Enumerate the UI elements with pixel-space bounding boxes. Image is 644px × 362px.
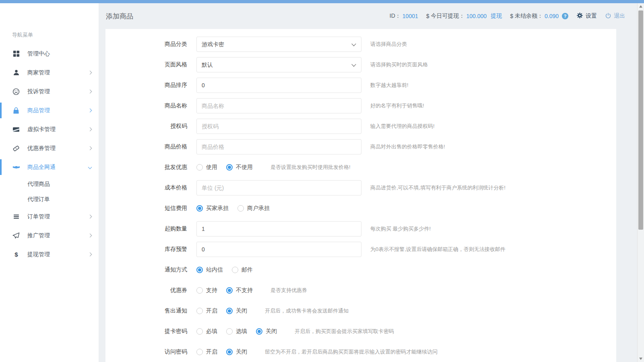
logout-button[interactable]: 退出 [605, 12, 625, 20]
radio-option[interactable]: 关闭 [256, 328, 277, 335]
radio-option[interactable]: 关闭 [226, 348, 247, 356]
field-hint: 为0表示不报警,设置后请确保邮箱正确，否则无法接收邮件 [370, 246, 506, 253]
sidebar-item-dashboard[interactable]: 管理中心 [0, 44, 99, 63]
form-row-sale-notice: 售出通知开启关闭开启后，成功售卡将会发送邮件通知 [105, 303, 616, 319]
min-qty-input[interactable] [196, 221, 361, 237]
form-row-auth-code: 授权码输入需要代理的商品授权码! [105, 119, 616, 134]
sidebar-item-promotion[interactable]: 推广管理 [0, 226, 99, 245]
triangle-down-icon [639, 358, 642, 360]
radio-selected-icon[interactable] [256, 328, 262, 335]
field-hint: 开启后，成功售卡将会发送邮件通知 [265, 307, 349, 315]
radio-label: 邮件 [242, 266, 253, 274]
name-input[interactable] [196, 98, 361, 113]
radio-option[interactable]: 关闭 [226, 307, 247, 315]
price-input[interactable] [196, 139, 361, 154]
radio-unselected-icon[interactable] [237, 205, 244, 212]
scroll-up-arrow[interactable] [638, 3, 644, 10]
radio-option[interactable]: 不支持 [226, 287, 253, 294]
form-row-sort: 商品排序数字越大越靠前! [105, 78, 616, 93]
scrollbar[interactable] [637, 3, 644, 362]
sidebar-item-coupon[interactable]: 优惠券管理 [0, 139, 99, 158]
stock-alert-input[interactable] [196, 242, 361, 257]
radio-selected-icon[interactable] [226, 308, 233, 314]
radio-label: 关闭 [236, 348, 247, 356]
sidebar-item-product-network[interactable]: 商品全网通 [0, 158, 99, 177]
sidebar-item-virtual-card[interactable]: 虚拟卡管理 [0, 120, 99, 139]
sidebar-subitem-0[interactable]: 代理商品 [0, 177, 99, 192]
sidebar-item-order[interactable]: 订单管理 [0, 207, 99, 226]
sidebar-item-label: 管理中心 [27, 50, 50, 58]
handshake-icon [12, 164, 20, 171]
sidebar-subitem-1[interactable]: 代理订单 [0, 192, 99, 207]
chevron-right-icon [88, 253, 92, 257]
radio-option[interactable]: 站内信 [196, 266, 223, 274]
radio-option[interactable]: 买家承担 [196, 205, 229, 212]
category-select[interactable]: 游戏卡密 [196, 37, 361, 52]
withdraw-link[interactable]: 提现 [491, 12, 502, 20]
radio-unselected-icon[interactable] [226, 328, 233, 335]
card-icon [12, 126, 20, 133]
chevron-right-icon [88, 215, 92, 219]
radio-unselected-icon[interactable] [196, 164, 203, 171]
radio-option[interactable]: 商户承担 [237, 205, 270, 212]
radio-label: 开启 [206, 307, 217, 315]
svg-text:$: $ [14, 251, 18, 258]
header-right: ID： 10001 $ 今日可提现： 100.000 提现 $ 未结余额： 0.… [390, 12, 625, 20]
radio-selected-icon[interactable] [226, 164, 233, 171]
radio-selected-icon[interactable] [196, 267, 203, 273]
radio-option[interactable]: 邮件 [232, 266, 253, 274]
radio-option[interactable]: 开启 [196, 307, 217, 315]
field-label: 成本价格 [105, 184, 187, 191]
scroll-down-arrow[interactable] [638, 356, 644, 362]
sidebar-item-label: 虚拟卡管理 [27, 126, 56, 133]
radio-unselected-icon[interactable] [196, 349, 203, 355]
page-style-select[interactable]: 默认 [196, 57, 361, 72]
field-label: 起购数量 [105, 225, 187, 232]
radio-selected-icon[interactable] [196, 205, 203, 212]
radio-option[interactable]: 必填 [196, 328, 217, 335]
access-password-radio-group: 开启关闭 [196, 348, 256, 356]
field-hint: 是否支持优惠券 [270, 287, 307, 294]
radio-selected-icon[interactable] [226, 287, 233, 294]
radio-label: 不使用 [236, 164, 253, 171]
field-hint: 请选择购买时的页面风格 [370, 61, 428, 68]
settings-button[interactable]: 设置 [576, 12, 597, 20]
help-icon[interactable]: ? [562, 13, 568, 19]
card-password-radio-group: 必填选填关闭 [196, 328, 286, 335]
form-row-card-password: 提卡密码必填选填关闭开启后，购买页面会提示买家填写取卡密码 [105, 324, 616, 339]
auth-code-input[interactable] [196, 119, 361, 134]
plane-icon [12, 232, 20, 239]
radio-unselected-icon[interactable] [196, 308, 203, 314]
sidebar-item-label: 商家管理 [27, 69, 50, 76]
chevron-right-icon [88, 109, 92, 113]
form-row-price: 商品价格商品对外出售的价格即零售价格! [105, 139, 616, 154]
radio-unselected-icon[interactable] [196, 287, 203, 294]
page-header: 添加商品 ID： 10001 $ 今日可提现： 100.000 提现 $ 未结余… [99, 3, 637, 29]
scrollbar-thumb[interactable] [638, 10, 643, 230]
sort-input[interactable] [196, 78, 361, 93]
radio-option[interactable]: 不使用 [226, 164, 253, 171]
id-label: ID： [390, 12, 401, 20]
radio-selected-icon[interactable] [226, 349, 233, 355]
field-label: 优惠券 [105, 287, 187, 294]
active-indicator [0, 103, 2, 118]
nav-menu-label: 导航菜单 [12, 31, 99, 39]
radio-option[interactable]: 开启 [196, 348, 217, 356]
radio-unselected-icon[interactable] [196, 328, 203, 335]
cost-price-input[interactable] [196, 180, 361, 195]
radio-option[interactable]: 选填 [226, 328, 247, 335]
sms-fee-radio-group: 买家承担商户承担 [196, 205, 279, 212]
form-row-coupon: 优惠券支持不支持是否支持优惠券 [105, 283, 616, 298]
currency-symbol: $ [510, 13, 513, 19]
sidebar-item-withdraw[interactable]: $提现管理 [0, 245, 99, 264]
sidebar-item-merchant[interactable]: 商家管理 [0, 63, 99, 82]
withdrawable-today: $ 今日可提现： 100.000 提现 [426, 12, 502, 20]
radio-option[interactable]: 支持 [196, 287, 217, 294]
triangle-up-icon [639, 5, 642, 8]
grid-icon [12, 50, 20, 58]
radio-option[interactable]: 使用 [196, 164, 217, 171]
radio-unselected-icon[interactable] [232, 267, 238, 273]
field-label: 提卡密码 [105, 328, 187, 335]
sidebar-item-product[interactable]: 商品管理 [0, 101, 99, 120]
sidebar-item-complaint[interactable]: 投诉管理 [0, 82, 99, 101]
